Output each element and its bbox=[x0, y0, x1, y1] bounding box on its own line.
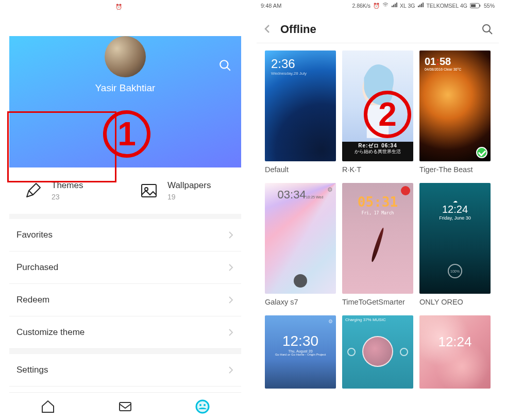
theme-grid-partial: ⚙ 12:30Thu, August 20Go Hard or Go Home … bbox=[257, 315, 499, 396]
thumb-clock: 01:5804/08/2016 Clear 30°C bbox=[425, 56, 461, 71]
status-netspeed: 0.16K/s bbox=[94, 4, 113, 10]
thumb-clock: 2:36Wednesday,28 July bbox=[271, 57, 307, 76]
svg-point-3 bbox=[220, 60, 228, 68]
page-header: Offline bbox=[257, 15, 499, 43]
svg-point-15 bbox=[483, 25, 490, 32]
menu-label: Customize theme bbox=[16, 327, 85, 338]
paintbrush-icon bbox=[24, 181, 42, 200]
picture-icon bbox=[140, 181, 158, 200]
themes-card[interactable]: Themes 23 bbox=[9, 167, 125, 214]
theme-item-galaxys7[interactable]: ⚙ 03:3410:25 Wed Galaxy s7 bbox=[265, 183, 336, 308]
menu-label: Purchased bbox=[16, 262, 58, 273]
battery-icon bbox=[470, 3, 481, 9]
alarm-icon: ⏰ bbox=[115, 4, 122, 10]
battery-icon bbox=[212, 4, 224, 10]
status-battery: 55% bbox=[226, 4, 237, 10]
menu-label: Settings bbox=[16, 365, 48, 375]
svg-rect-5 bbox=[142, 184, 156, 197]
menu-label: Redeem bbox=[16, 295, 49, 305]
profile-avatar[interactable] bbox=[105, 36, 146, 77]
nav-profile-icon[interactable] bbox=[195, 399, 210, 414]
status-sim2: TELKOMSEL 4G bbox=[426, 3, 467, 9]
status-sim2: TELKOMSEL 4G bbox=[168, 4, 210, 10]
page-title: Offline bbox=[280, 23, 481, 36]
signal-1-icon bbox=[391, 2, 397, 9]
theme-item-tiger[interactable]: 01:5804/08/2016 Clear 30°C Tiger-The Bea… bbox=[419, 51, 491, 176]
screenshot-profile-screen: 9:47 AM 0.16K/s ⏰ XL 3G TELKOMSEL 4G 55% bbox=[0, 0, 241, 420]
chevron-right-icon bbox=[228, 263, 234, 272]
svg-rect-18 bbox=[367, 105, 389, 138]
status-battery: 55% bbox=[484, 3, 495, 9]
applied-check-icon bbox=[476, 147, 487, 158]
menu-settings[interactable]: Settings bbox=[9, 354, 241, 387]
chevron-right-icon bbox=[228, 366, 234, 374]
svg-rect-1 bbox=[222, 6, 223, 8]
wallpapers-card[interactable]: Wallpapers 19 bbox=[125, 167, 241, 214]
theme-item-default[interactable]: 2:36Wednesday,28 July Default bbox=[265, 51, 336, 176]
bottom-nav bbox=[9, 392, 241, 420]
wallpapers-count: 19 bbox=[167, 193, 211, 201]
screenshot-offline-themes: 9:48 AM 2.86K/s ⏰ XL 3G TELKOMSEL 4G 55%… bbox=[257, 0, 499, 420]
search-button[interactable] bbox=[218, 59, 232, 72]
svg-rect-7 bbox=[120, 402, 131, 411]
profile-hero: Yasir Bakhtiar bbox=[9, 36, 241, 167]
theme-name: R·K·T bbox=[342, 165, 413, 176]
section-divider bbox=[9, 214, 241, 219]
chevron-right-icon bbox=[228, 328, 234, 337]
wifi-icon bbox=[125, 3, 131, 10]
status-sim1: XL 3G bbox=[400, 3, 415, 9]
back-button[interactable] bbox=[262, 23, 274, 36]
menu-redeem[interactable]: Redeem bbox=[9, 284, 241, 316]
theme-thumbnail: Charging 37% MUSIC bbox=[342, 315, 413, 389]
thumb-clock: 12:30Thu, August 20Go Hard or Go Home - … bbox=[265, 333, 336, 356]
theme-item-onlyoreo[interactable]: ☁12:24Friday, June 30 100% ONLY OREO bbox=[419, 183, 491, 308]
fingerprint-icon bbox=[294, 274, 307, 288]
svg-line-4 bbox=[227, 67, 230, 71]
svg-point-6 bbox=[145, 188, 148, 191]
gear-icon: ⚙ bbox=[328, 318, 333, 324]
theme-item[interactable]: Charging 37% MUSIC bbox=[342, 315, 413, 389]
theme-name: Galaxy s7 bbox=[265, 298, 336, 308]
svg-line-16 bbox=[489, 31, 492, 34]
theme-name: ONLY OREO bbox=[419, 298, 491, 308]
theme-thumbnail: ⚙ 03:3410:25 Wed bbox=[265, 183, 336, 294]
signal-2-icon bbox=[417, 2, 424, 9]
theme-item[interactable]: ⚙ 12:30Thu, August 20Go Hard or Go Home … bbox=[265, 315, 336, 389]
svg-rect-14 bbox=[471, 4, 476, 7]
status-netspeed: 2.86K/s bbox=[352, 3, 370, 9]
theme-item-rkt[interactable]: Re:ゼロ 06:34から始める異世界生活 R·K·T bbox=[342, 51, 413, 176]
status-time: 9:48 AM bbox=[261, 3, 281, 9]
status-time: 9:47 AM bbox=[13, 4, 34, 10]
thumb-clock: ☁12:24Friday, June 30 bbox=[419, 198, 491, 221]
prev-icon bbox=[347, 348, 356, 356]
menu-purchased[interactable]: Purchased bbox=[9, 251, 241, 284]
chevron-right-icon bbox=[228, 296, 234, 304]
svg-rect-2 bbox=[213, 5, 218, 8]
library-row: Themes 23 Wallpapers 19 bbox=[9, 167, 241, 214]
menu-customize[interactable]: Customize theme bbox=[9, 316, 241, 349]
theme-item[interactable]: 12:24 bbox=[419, 315, 491, 389]
theme-name: Default bbox=[265, 165, 336, 176]
alarm-icon: ⏰ bbox=[373, 3, 380, 9]
theme-thumbnail: 2:36Wednesday,28 July bbox=[265, 51, 336, 161]
wallpapers-label: Wallpapers bbox=[167, 180, 211, 191]
nav-mail-icon[interactable] bbox=[117, 399, 133, 414]
nav-home-icon[interactable] bbox=[40, 399, 56, 414]
signal-2-icon bbox=[160, 3, 166, 10]
thumb-caption: Re:ゼロ 06:34から始める異世界生活 bbox=[342, 142, 413, 161]
theme-thumbnail: 05:31Fri, 17 March bbox=[342, 183, 413, 294]
theme-thumbnail: 01:5804/08/2016 Clear 30°C bbox=[419, 51, 491, 161]
theme-name: TimeToGetSmarter bbox=[342, 298, 413, 308]
search-button[interactable] bbox=[481, 23, 494, 36]
next-icon bbox=[400, 348, 408, 356]
status-bar: 9:48 AM 2.86K/s ⏰ XL 3G TELKOMSEL 4G 55% bbox=[257, 0, 499, 10]
status-sim1: XL 3G bbox=[142, 4, 157, 10]
theme-item-timetogetsmarter[interactable]: 05:31Fri, 17 March TimeToGetSmarter bbox=[342, 183, 413, 308]
themes-label: Themes bbox=[52, 180, 83, 191]
theme-thumbnail: Re:ゼロ 06:34から始める異世界生活 bbox=[342, 51, 413, 161]
theme-grid: 2:36Wednesday,28 July Default Re:ゼロ 06:3… bbox=[257, 43, 499, 315]
themes-count: 23 bbox=[52, 193, 83, 201]
thumb-clock: 12:24 bbox=[419, 334, 491, 350]
menu-favorites[interactable]: Favorites bbox=[9, 219, 241, 251]
svg-point-11 bbox=[196, 400, 209, 413]
